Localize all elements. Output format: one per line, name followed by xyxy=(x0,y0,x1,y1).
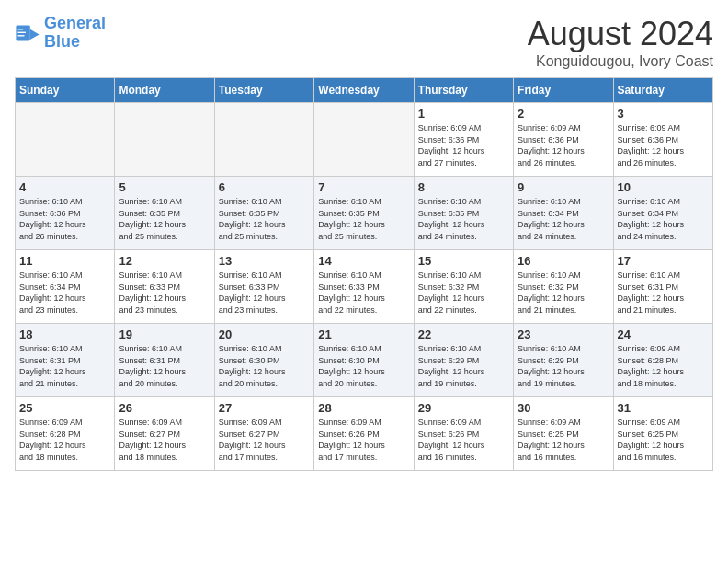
day-info: Sunrise: 6:09 AMSunset: 6:36 PMDaylight:… xyxy=(418,122,509,168)
day-number: 19 xyxy=(119,327,210,341)
month-title: August 2024 xyxy=(528,15,713,53)
day-number: 14 xyxy=(318,254,409,268)
day-number: 1 xyxy=(418,107,509,121)
calendar-day-cell: 23Sunrise: 6:10 AMSunset: 6:29 PMDayligh… xyxy=(514,324,613,397)
calendar-day-cell: 27Sunrise: 6:09 AMSunset: 6:27 PMDayligh… xyxy=(214,397,313,471)
day-number: 11 xyxy=(19,254,110,268)
day-number: 5 xyxy=(119,180,210,194)
weekday-header: Thursday xyxy=(414,78,513,103)
calendar-day-cell: 6Sunrise: 6:10 AMSunset: 6:35 PMDaylight… xyxy=(214,177,313,250)
day-info: Sunrise: 6:10 AMSunset: 6:35 PMDaylight:… xyxy=(418,196,509,242)
day-info: Sunrise: 6:09 AMSunset: 6:28 PMDaylight:… xyxy=(618,343,709,389)
calendar-day-cell: 5Sunrise: 6:10 AMSunset: 6:35 PMDaylight… xyxy=(115,177,214,250)
calendar-day-cell: 8Sunrise: 6:10 AMSunset: 6:35 PMDaylight… xyxy=(414,177,513,250)
day-info: Sunrise: 6:10 AMSunset: 6:31 PMDaylight:… xyxy=(618,270,709,316)
day-info: Sunrise: 6:09 AMSunset: 6:27 PMDaylight:… xyxy=(119,417,210,463)
day-number: 25 xyxy=(19,401,110,415)
calendar-day-cell xyxy=(314,103,414,177)
day-info: Sunrise: 6:10 AMSunset: 6:34 PMDaylight:… xyxy=(19,270,110,316)
calendar-day-cell: 11Sunrise: 6:10 AMSunset: 6:34 PMDayligh… xyxy=(16,250,115,324)
calendar-week-row: 25Sunrise: 6:09 AMSunset: 6:28 PMDayligh… xyxy=(16,397,713,471)
calendar-day-cell: 19Sunrise: 6:10 AMSunset: 6:31 PMDayligh… xyxy=(115,324,214,397)
day-number: 12 xyxy=(119,254,210,268)
calendar-day-cell: 4Sunrise: 6:10 AMSunset: 6:36 PMDaylight… xyxy=(16,177,115,250)
day-info: Sunrise: 6:09 AMSunset: 6:28 PMDaylight:… xyxy=(19,417,110,463)
day-info: Sunrise: 6:10 AMSunset: 6:30 PMDaylight:… xyxy=(219,343,310,389)
day-info: Sunrise: 6:09 AMSunset: 6:25 PMDaylight:… xyxy=(518,417,609,463)
calendar-day-cell: 13Sunrise: 6:10 AMSunset: 6:33 PMDayligh… xyxy=(214,250,313,324)
day-info: Sunrise: 6:10 AMSunset: 6:31 PMDaylight:… xyxy=(19,343,110,389)
weekday-header: Saturday xyxy=(613,78,712,103)
day-number: 2 xyxy=(518,107,609,121)
svg-rect-2 xyxy=(18,29,24,29)
calendar-day-cell: 2Sunrise: 6:09 AMSunset: 6:36 PMDaylight… xyxy=(514,103,613,177)
calendar-day-cell: 28Sunrise: 6:09 AMSunset: 6:26 PMDayligh… xyxy=(314,397,414,471)
day-info: Sunrise: 6:10 AMSunset: 6:34 PMDaylight:… xyxy=(518,196,609,242)
day-info: Sunrise: 6:10 AMSunset: 6:33 PMDaylight:… xyxy=(119,270,210,316)
calendar-table: SundayMondayTuesdayWednesdayThursdayFrid… xyxy=(15,77,713,471)
calendar-day-cell: 16Sunrise: 6:10 AMSunset: 6:32 PMDayligh… xyxy=(514,250,613,324)
calendar-day-cell xyxy=(214,103,313,177)
calendar-day-cell: 15Sunrise: 6:10 AMSunset: 6:32 PMDayligh… xyxy=(414,250,513,324)
day-info: Sunrise: 6:10 AMSunset: 6:35 PMDaylight:… xyxy=(318,196,409,242)
day-number: 26 xyxy=(119,401,210,415)
calendar-day-cell: 26Sunrise: 6:09 AMSunset: 6:27 PMDayligh… xyxy=(115,397,214,471)
calendar-day-cell: 21Sunrise: 6:10 AMSunset: 6:30 PMDayligh… xyxy=(314,324,414,397)
calendar-week-row: 4Sunrise: 6:10 AMSunset: 6:36 PMDaylight… xyxy=(16,177,713,250)
calendar-day-cell: 1Sunrise: 6:09 AMSunset: 6:36 PMDaylight… xyxy=(414,103,513,177)
calendar-day-cell: 7Sunrise: 6:10 AMSunset: 6:35 PMDaylight… xyxy=(314,177,414,250)
calendar-day-cell: 17Sunrise: 6:10 AMSunset: 6:31 PMDayligh… xyxy=(613,250,712,324)
day-info: Sunrise: 6:10 AMSunset: 6:33 PMDaylight:… xyxy=(318,270,409,316)
header: General Blue August 2024 Konguidougou, I… xyxy=(15,15,713,70)
day-info: Sunrise: 6:10 AMSunset: 6:32 PMDaylight:… xyxy=(418,270,509,316)
day-number: 24 xyxy=(618,327,709,341)
day-info: Sunrise: 6:10 AMSunset: 6:32 PMDaylight:… xyxy=(518,270,609,316)
weekday-header: Monday xyxy=(115,78,214,103)
calendar-day-cell: 18Sunrise: 6:10 AMSunset: 6:31 PMDayligh… xyxy=(16,324,115,397)
logo: General Blue xyxy=(15,15,106,52)
day-info: Sunrise: 6:09 AMSunset: 6:27 PMDaylight:… xyxy=(219,417,310,463)
calendar-week-row: 1Sunrise: 6:09 AMSunset: 6:36 PMDaylight… xyxy=(16,103,713,177)
day-number: 18 xyxy=(19,327,110,341)
day-number: 29 xyxy=(418,401,509,415)
day-info: Sunrise: 6:10 AMSunset: 6:35 PMDaylight:… xyxy=(119,196,210,242)
day-info: Sunrise: 6:09 AMSunset: 6:26 PMDaylight:… xyxy=(318,417,409,463)
day-number: 13 xyxy=(219,254,310,268)
calendar-week-row: 18Sunrise: 6:10 AMSunset: 6:31 PMDayligh… xyxy=(16,324,713,397)
weekday-header: Tuesday xyxy=(214,78,313,103)
day-number: 28 xyxy=(318,401,409,415)
calendar-day-cell: 22Sunrise: 6:10 AMSunset: 6:29 PMDayligh… xyxy=(414,324,513,397)
day-number: 16 xyxy=(518,254,609,268)
day-number: 6 xyxy=(219,180,310,194)
calendar-week-row: 11Sunrise: 6:10 AMSunset: 6:34 PMDayligh… xyxy=(16,250,713,324)
svg-rect-3 xyxy=(18,31,26,32)
day-number: 27 xyxy=(219,401,310,415)
weekday-header: Sunday xyxy=(16,78,115,103)
svg-marker-1 xyxy=(30,29,40,40)
day-info: Sunrise: 6:10 AMSunset: 6:30 PMDaylight:… xyxy=(318,343,409,389)
day-number: 9 xyxy=(518,180,609,194)
title-area: August 2024 Konguidougou, Ivory Coast xyxy=(528,15,713,70)
calendar-day-cell: 31Sunrise: 6:09 AMSunset: 6:25 PMDayligh… xyxy=(613,397,712,471)
location: Konguidougou, Ivory Coast xyxy=(528,53,713,70)
day-number: 8 xyxy=(418,180,509,194)
day-number: 3 xyxy=(618,107,709,121)
day-number: 10 xyxy=(618,180,709,194)
day-info: Sunrise: 6:09 AMSunset: 6:36 PMDaylight:… xyxy=(618,122,709,168)
day-number: 20 xyxy=(219,327,310,341)
calendar-day-cell: 20Sunrise: 6:10 AMSunset: 6:30 PMDayligh… xyxy=(214,324,313,397)
calendar-day-cell: 25Sunrise: 6:09 AMSunset: 6:28 PMDayligh… xyxy=(16,397,115,471)
day-info: Sunrise: 6:09 AMSunset: 6:25 PMDaylight:… xyxy=(618,417,709,463)
day-info: Sunrise: 6:09 AMSunset: 6:36 PMDaylight:… xyxy=(518,122,609,168)
calendar-day-cell xyxy=(16,103,115,177)
calendar-day-cell: 30Sunrise: 6:09 AMSunset: 6:25 PMDayligh… xyxy=(514,397,613,471)
day-info: Sunrise: 6:10 AMSunset: 6:33 PMDaylight:… xyxy=(219,270,310,316)
logo-icon xyxy=(15,20,40,46)
day-info: Sunrise: 6:10 AMSunset: 6:31 PMDaylight:… xyxy=(119,343,210,389)
calendar-day-cell: 12Sunrise: 6:10 AMSunset: 6:33 PMDayligh… xyxy=(115,250,214,324)
weekday-header: Wednesday xyxy=(314,78,414,103)
calendar-day-cell: 14Sunrise: 6:10 AMSunset: 6:33 PMDayligh… xyxy=(314,250,414,324)
day-number: 7 xyxy=(318,180,409,194)
logo-text: General Blue xyxy=(44,15,106,52)
day-number: 21 xyxy=(318,327,409,341)
